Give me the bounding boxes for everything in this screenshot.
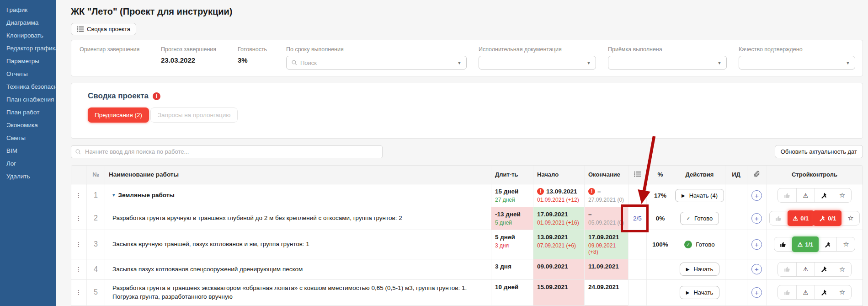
sidebar-item-1[interactable]: График	[0, 4, 56, 16]
sidebar-item-3[interactable]: Клонировать	[0, 29, 56, 42]
warning-icon[interactable]: ⚠	[796, 188, 815, 202]
duration-cell: 3 дня	[491, 259, 533, 279]
sidebar-item-9[interactable]: План работ	[0, 106, 56, 119]
filter-quality: Качество подтверждено ▼	[739, 46, 855, 70]
add-attachment-button[interactable]: +	[751, 239, 762, 250]
works-toolbar: Обновить актуальность дат	[71, 145, 863, 158]
sidebar-item-6[interactable]: Отчеты	[0, 68, 56, 81]
percent-complete: 17%	[647, 184, 674, 207]
start-date-cell-baseline: 01.09.2021 (+12)	[537, 197, 580, 203]
project-stats-bar: Ориентир завершения Прогноз завершения 2…	[71, 40, 863, 76]
tab-prolongation-requests[interactable]: Запросы на пролонгацию	[150, 107, 238, 123]
sidebar: ГрафикДиаграммаКлонироватьРедактор графи…	[0, 0, 56, 306]
table-header: №Наименование работыДлит-тьНачалоОкончан…	[71, 166, 863, 184]
exec-docs-select[interactable]: ▼	[479, 56, 596, 70]
star-icon[interactable]: ☆	[833, 285, 851, 299]
add-attachment-button[interactable]: +	[751, 213, 762, 224]
chevron-down-icon: ▼	[717, 60, 722, 65]
row-number: 2	[87, 207, 105, 230]
id-cell	[725, 280, 747, 305]
thumbs-up-icon[interactable]	[774, 237, 793, 251]
star-icon[interactable]: ☆	[841, 211, 859, 225]
construction-control-group: ⚠☆	[777, 262, 852, 277]
hammer-count-badge[interactable]: 0/1	[813, 210, 841, 226]
checklist-count-link[interactable]: 2/5	[633, 215, 642, 222]
sidebar-item-4[interactable]: Редактор графика	[0, 42, 56, 55]
update-dates-button[interactable]: Обновить актуальность дат	[775, 145, 863, 158]
sidebar-item-10[interactable]: Экономика	[0, 119, 56, 132]
sidebar-item-2[interactable]: Диаграмма	[0, 16, 56, 29]
sidebar-item-13[interactable]: Лог	[0, 157, 56, 170]
construction-control-group: ⚠☆	[777, 188, 852, 203]
drag-handle-icon[interactable]: ⋮	[75, 289, 82, 296]
deadline-select[interactable]: Поиск ▼	[286, 56, 467, 70]
star-icon[interactable]: ☆	[833, 188, 851, 202]
acceptance-select[interactable]: ▼	[608, 56, 727, 70]
table-row: ⋮2Разработка грунта вручную в траншеях г…	[71, 207, 863, 230]
warning-icon[interactable]: ⚠	[796, 263, 815, 276]
project-summary-card: Сводка проекта i Предписания (2) Запросы…	[71, 83, 863, 139]
hammer-icon[interactable]	[818, 237, 836, 251]
drag-handle-icon[interactable]: ⋮	[75, 266, 82, 273]
start-date-cell: 09.09.2021	[533, 259, 585, 279]
column-header-name: Наименование работы	[105, 166, 491, 184]
check-circle-icon: ✓	[684, 241, 692, 248]
filter-exec-docs: Исполнительная документация ▼	[479, 46, 596, 70]
action-button[interactable]: ▶Начать	[680, 286, 719, 299]
row-number: 5	[87, 280, 105, 305]
alert-icon: !	[537, 188, 544, 195]
thumbs-up-icon[interactable]	[770, 211, 788, 225]
readiness-value: 3%	[238, 56, 273, 64]
duration-cell: 5 дней3 дня	[491, 230, 533, 259]
warning-count-badge[interactable]: ⚠ 0/1	[788, 210, 815, 226]
star-icon[interactable]: ☆	[833, 263, 851, 276]
work-search-input[interactable]	[71, 145, 383, 158]
drag-handle-icon[interactable]: ⋮	[75, 241, 82, 248]
duration-cell-baseline: 3 дня	[495, 242, 529, 249]
thumbs-up-icon[interactable]	[778, 263, 796, 276]
end-date-cell-baseline: 05.09.2021 (0)	[588, 220, 624, 226]
sidebar-item-12[interactable]: BIM	[0, 145, 56, 157]
work-name: Разработка грунта вручную в траншеях глу…	[112, 214, 402, 223]
sidebar-item-11[interactable]: Сметы	[0, 132, 56, 145]
hammer-icon[interactable]	[815, 188, 833, 202]
warning-icon[interactable]: ⚠	[796, 285, 815, 299]
thumbs-up-icon[interactable]	[778, 188, 796, 202]
list-icon	[77, 26, 84, 32]
action-button[interactable]: ✓Готово	[680, 212, 719, 225]
star-icon[interactable]: ☆	[836, 237, 855, 251]
sidebar-item-8[interactable]: План снабжения	[0, 93, 56, 106]
hammer-icon[interactable]	[815, 263, 833, 276]
construction-control-group: ⚠ 0/1 0/1☆	[769, 211, 860, 225]
row-number: 3	[87, 230, 105, 259]
drag-handle-icon[interactable]: ⋮	[75, 215, 82, 222]
project-summary-toggle-button[interactable]: Сводка проекта	[71, 23, 136, 35]
action-button[interactable]: ▶Начать (4)	[675, 189, 724, 202]
duration-cell-baseline: 5 дней	[495, 220, 529, 226]
sidebar-item-5[interactable]: Параметры	[0, 55, 56, 68]
sidebar-item-14[interactable]: Удалить	[0, 170, 56, 183]
play-icon: ▶	[682, 193, 685, 198]
quality-select[interactable]: ▼	[739, 56, 855, 70]
id-cell	[725, 259, 747, 279]
hammer-icon[interactable]	[815, 285, 833, 299]
add-attachment-button[interactable]: +	[751, 287, 762, 298]
drag-handle-icon[interactable]: ⋮	[75, 192, 82, 199]
thumbs-up-icon[interactable]	[778, 285, 796, 299]
alert-icon: !	[588, 188, 595, 195]
collapse-icon[interactable]: ▾	[112, 192, 115, 199]
tab-prescriptions[interactable]: Предписания (2)	[88, 107, 149, 123]
sidebar-item-7[interactable]: Техника безопасно...	[0, 81, 56, 93]
status-done: ✓Готово	[684, 241, 715, 248]
warning-count-badge[interactable]: ⚠ 1/1	[792, 236, 819, 252]
info-icon[interactable]: i	[153, 92, 160, 100]
toggle-label: Сводка проекта	[87, 26, 130, 32]
add-attachment-button[interactable]: +	[751, 190, 762, 201]
work-name: Засыпка вручную траншей, пазух котловано…	[112, 240, 309, 249]
end-date-cell: 11.09.2021	[585, 259, 628, 279]
column-header-id: ИД	[725, 166, 747, 184]
column-header-ctrl: Стройконтроль	[767, 166, 863, 184]
action-button[interactable]: ▶Начать	[680, 263, 719, 276]
start-date-cell-baseline: 07.09.2021 (+6)	[537, 242, 580, 249]
add-attachment-button[interactable]: +	[751, 264, 762, 274]
